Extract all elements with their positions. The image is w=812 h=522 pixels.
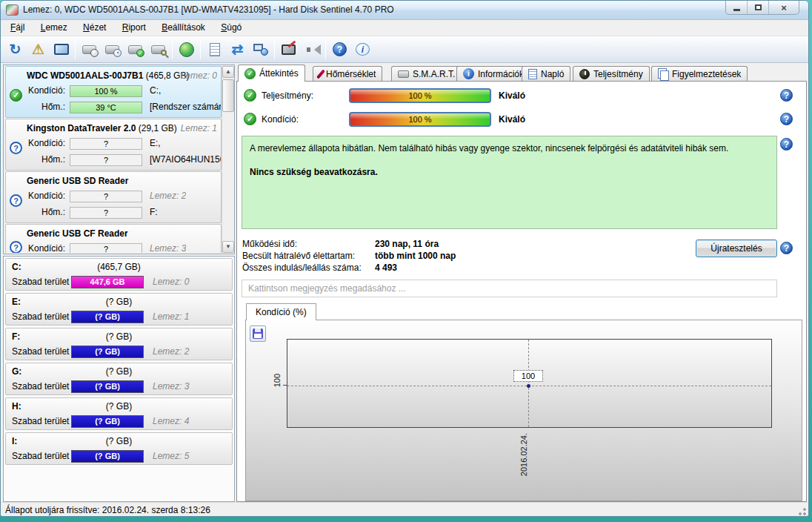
menu-help[interactable]: Súgó xyxy=(214,20,248,36)
comment-input[interactable] xyxy=(242,280,777,297)
window-controls: × xyxy=(725,1,799,15)
restore-button[interactable] xyxy=(748,1,769,14)
disk-search-icon xyxy=(151,45,165,54)
status-bar: Állapot utoljára frissítve: 2016.02.24. … xyxy=(1,502,808,517)
free-space-label: Szabad terület xyxy=(12,277,69,287)
tab-log[interactable]: Napló xyxy=(522,66,570,81)
scroll-down-arrow[interactable]: ▼ xyxy=(222,241,234,253)
close-button[interactable]: × xyxy=(769,1,799,14)
test-monitor-icon xyxy=(282,44,296,55)
help-button[interactable] xyxy=(780,138,793,151)
network-disk-button[interactable] xyxy=(249,39,272,60)
sidebar: WDC WD5001AALS-00J7B1 (465,8 GB) Lemez: … xyxy=(3,65,235,502)
condition-label: Kondíció: xyxy=(19,191,65,201)
help-button[interactable] xyxy=(780,113,793,125)
help-icon xyxy=(780,242,793,254)
partition-item-f[interactable]: F: (? GB) Szabad terület (? GB) Lemez: 2 xyxy=(5,328,233,360)
disk-item-kingston[interactable]: Kingston DataTraveler 2.0 (29,1 GB) Leme… xyxy=(5,119,222,171)
disk-item-sd-reader[interactable]: Generic USB SD Reader Kondíció: ? Lemez:… xyxy=(5,171,222,223)
info-button[interactable] xyxy=(351,39,374,60)
help-icon xyxy=(780,113,793,125)
free-space-bar: (? GB) xyxy=(71,450,144,463)
disk-gauge-icon xyxy=(82,45,96,54)
main-panel: Áttekintés Hőmérséklet S.M.A.R.T. Inform… xyxy=(236,65,807,502)
check-icon xyxy=(244,89,256,102)
partition-item-i[interactable]: I: (? GB) Szabad terület (? GB) Lemez: 5 xyxy=(5,432,233,465)
performance-gauge: 100 % xyxy=(349,88,491,103)
partition-item-e[interactable]: E: (? GB) Szabad terület (? GB) Lemez: 1 xyxy=(5,293,233,326)
disk-monitor-button[interactable] xyxy=(50,39,73,60)
info-icon xyxy=(356,43,370,56)
temperature-label: Hőm.: xyxy=(19,102,65,112)
condition-label: Kondíció: xyxy=(262,114,299,125)
help-button[interactable] xyxy=(780,89,793,102)
chart-dashed-vline xyxy=(528,340,529,427)
disk-search-button[interactable] xyxy=(147,39,170,60)
disk-item-wdc[interactable]: WDC WD5001AALS-00J7B1 (465,8 GB) Lemez: … xyxy=(5,66,222,118)
condition-chart-panel: 100 100 2016.02.24. xyxy=(245,320,802,501)
disk-list-scrollbar[interactable]: ▲ ▼ xyxy=(222,66,233,253)
condition-gauge: 100 % xyxy=(349,112,491,127)
menu-settings[interactable]: Beállítások xyxy=(155,20,212,36)
window-title: Lemez: 0, WDC WD5001AALS-00J7B1 [WD-WMAT… xyxy=(23,1,394,19)
menu-file[interactable]: Fájl xyxy=(4,20,31,36)
tab-smart[interactable]: S.M.A.R.T. xyxy=(391,66,462,81)
tab-information[interactable]: Információk xyxy=(456,66,530,81)
disk-clock-button[interactable]: ◔ xyxy=(101,39,124,60)
tab-overview[interactable]: Áttekintés xyxy=(238,65,305,82)
globe-disk-button[interactable] xyxy=(175,39,198,60)
help-button[interactable] xyxy=(328,39,351,60)
disk-size: (29,1 GB) xyxy=(139,123,177,133)
partition-disk-label: Lemez: 2 xyxy=(153,346,189,357)
condition-note: Lemez: 2 xyxy=(150,191,186,201)
menu-bar: Fájl Lemez Nézet Riport Beállítások Súgó xyxy=(1,20,808,36)
sync-button[interactable]: ⇄ xyxy=(226,39,249,60)
chart-tab[interactable]: Kondíció (%) xyxy=(246,303,316,320)
temperature-note: [W7AIO64HUN150 xyxy=(150,154,221,165)
sound-button[interactable] xyxy=(300,39,323,60)
info-icon xyxy=(463,68,474,79)
help-button[interactable] xyxy=(780,242,793,254)
status-text: Állapot utoljára frissítve: 2016.02.24. … xyxy=(5,505,210,515)
tab-temperature[interactable]: Hőmérséklet xyxy=(313,66,382,81)
retest-button[interactable]: Újratesztelés xyxy=(696,239,777,257)
partition-item-h[interactable]: H: (? GB) Szabad terület (? GB) Lemez: 4 xyxy=(5,397,233,430)
report-icon xyxy=(210,43,220,56)
condition-value: ? xyxy=(70,243,142,253)
report-button[interactable] xyxy=(203,39,226,60)
save-chart-button[interactable] xyxy=(250,326,266,342)
tab-alerts[interactable]: Figyelmeztetések xyxy=(651,66,748,81)
tab-performance[interactable]: Teljesítmény xyxy=(573,66,650,81)
menu-report[interactable]: Riport xyxy=(116,20,153,36)
partition-list-panel: C: (465,7 GB) Szabad terület 447,6 GB Le… xyxy=(3,256,235,502)
partition-size: (465,7 GB) xyxy=(6,262,232,272)
disk-item-cf-reader[interactable]: Generic USB CF Reader Kondíció: ? Lemez:… xyxy=(5,224,222,253)
disk-check-button[interactable] xyxy=(124,39,147,60)
disk-gauge-button[interactable] xyxy=(78,39,101,60)
condition-label: Kondíció: xyxy=(19,138,65,148)
help-icon xyxy=(333,42,347,56)
sync-icon: ⇄ xyxy=(232,42,244,56)
test-monitor-button[interactable] xyxy=(277,39,300,60)
help-icon xyxy=(780,138,793,151)
menu-view[interactable]: Nézet xyxy=(76,20,113,36)
partition-item-c[interactable]: C: (465,7 GB) Szabad terület 447,6 GB Le… xyxy=(5,258,233,291)
condition-value: 100 % xyxy=(70,85,142,97)
performance-label: Teljesítmény: xyxy=(262,90,313,101)
surface-warning-button[interactable]: ⚠ xyxy=(27,39,50,60)
stat-power-on-time: Működési idő:230 nap, 11 óra xyxy=(242,239,439,251)
refresh-button[interactable]: ↻ xyxy=(4,39,27,60)
disk-clock-icon: ◔ xyxy=(105,45,119,54)
free-space-bar: (? GB) xyxy=(71,346,144,358)
scroll-thumb[interactable] xyxy=(222,79,234,112)
title-bar[interactable]: Lemez: 0, WDC WD5001AALS-00J7B1 [WD-WMAT… xyxy=(1,1,808,20)
condition-value: ? xyxy=(70,138,142,150)
minimize-button[interactable] xyxy=(726,1,748,14)
menu-disk[interactable]: Lemez xyxy=(34,20,74,36)
surface-warning-icon: ⚠ xyxy=(32,42,44,56)
free-space-label: Szabad terület xyxy=(12,416,69,426)
thermometer-icon xyxy=(316,69,325,79)
partition-item-g[interactable]: G: (? GB) Szabad terület (? GB) Lemez: 3 xyxy=(5,363,233,395)
resize-grip[interactable] xyxy=(796,506,807,516)
scroll-up-arrow[interactable]: ▲ xyxy=(222,66,234,78)
